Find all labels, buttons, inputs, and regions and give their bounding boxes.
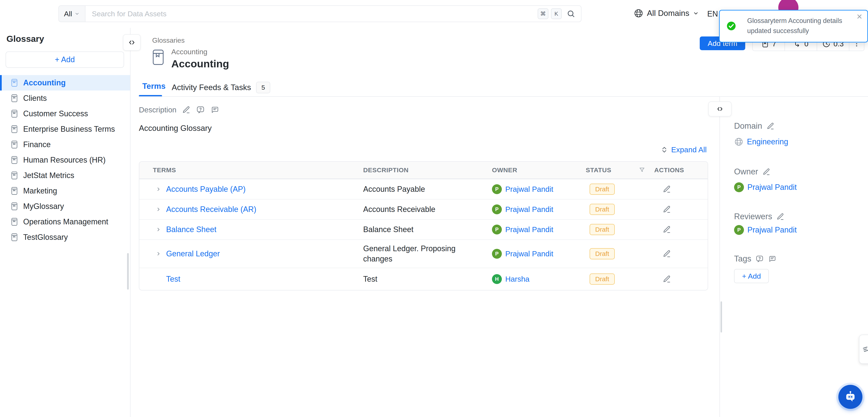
term-description: Accounts Receivable <box>363 204 492 215</box>
glossary-book-icon <box>10 78 19 87</box>
close-icon[interactable]: × <box>857 12 862 21</box>
reviewer-link[interactable]: Prajwal Pandit <box>747 225 797 234</box>
all-domains-dropdown[interactable]: All Domains <box>633 8 699 19</box>
column-header-terms: TERMS <box>139 166 363 174</box>
column-header-actions: ACTIONS <box>654 166 708 174</box>
expand-row-icon[interactable] <box>155 226 161 232</box>
term-link[interactable]: General Ledger <box>166 249 220 258</box>
status-badge: Draft <box>590 184 615 195</box>
expand-row-icon[interactable] <box>155 206 161 212</box>
sidebar-item-jetstat-metrics[interactable]: JetStat Metrics <box>0 168 130 183</box>
sidebar-scrollbar[interactable] <box>127 253 129 290</box>
global-search-bar[interactable]: All ⌘ K <box>58 5 582 22</box>
sidebar-item-testglossary[interactable]: TestGlossary <box>0 229 130 245</box>
edit-term-icon[interactable] <box>662 205 708 214</box>
edit-term-icon[interactable] <box>662 225 708 234</box>
avatar: H <box>492 274 502 284</box>
edit-reviewers-icon[interactable] <box>776 213 784 221</box>
request-description-icon[interactable] <box>196 105 205 114</box>
expand-all-button[interactable]: Expand All <box>660 146 707 154</box>
owner-link[interactable]: Prajwal Pandit <box>747 183 797 192</box>
term-link[interactable]: Accounts Receivable (AR) <box>166 205 256 214</box>
table-row: Accounts Receivable (AR) Accounts Receiv… <box>139 199 708 219</box>
table-row: General Ledger General Ledger. Proposing… <box>139 239 708 268</box>
tab-activity-label: Activity Feeds & Tasks <box>172 83 251 92</box>
edit-owner-icon[interactable] <box>763 168 771 176</box>
status-badge: Draft <box>590 248 615 259</box>
owner-link[interactable]: Prajwal Pandit <box>505 205 553 214</box>
comment-icon[interactable] <box>210 105 219 114</box>
search-input[interactable] <box>86 10 538 18</box>
sidebar-item-finance[interactable]: Finance <box>0 137 130 152</box>
sidebar-item-label: JetStat Metrics <box>23 171 74 180</box>
sidebar-item-marketing[interactable]: Marketing <box>0 183 130 199</box>
avatar: P <box>734 225 744 235</box>
all-domains-label: All Domains <box>647 9 689 18</box>
entity-header: Accounting Accounting <box>152 47 229 70</box>
domain-link[interactable]: Engineering <box>747 137 788 146</box>
breadcrumb[interactable]: Glossaries <box>152 36 185 44</box>
side-widget-tab[interactable] <box>859 334 868 364</box>
owner-value: P Prajwal Pandit <box>734 182 859 192</box>
sidebar-item-label: Finance <box>23 140 51 149</box>
expand-row-icon[interactable] <box>155 186 161 192</box>
domain-value: Engineering <box>734 137 859 147</box>
owner-link[interactable]: Prajwal Pandit <box>505 250 553 258</box>
terms-table: TERMS DESCRIPTION OWNER STATUS ACTIONS A… <box>139 161 708 290</box>
table-row: Accounts Payable (AP) Accounts Payable P… <box>139 179 708 199</box>
comment-icon[interactable] <box>768 255 776 263</box>
owner-section-label: Owner <box>734 167 859 176</box>
edit-description-icon[interactable] <box>182 105 191 114</box>
search-icon[interactable] <box>566 9 576 18</box>
tab-activity-feeds[interactable]: Activity Feeds & Tasks 5 <box>172 82 270 93</box>
k-key-icon: K <box>551 8 562 19</box>
success-toast: Glossaryterm Accounting details updated … <box>719 10 868 42</box>
panel-scrollbar[interactable] <box>720 301 722 332</box>
sidebar-item-accounting[interactable]: Accounting <box>0 75 130 91</box>
glossary-book-icon <box>152 49 165 70</box>
edit-term-icon[interactable] <box>662 250 708 258</box>
status-filter-icon[interactable] <box>638 166 646 174</box>
sidebar-item-label: Accounting <box>23 78 66 87</box>
sidebar-item-clients[interactable]: Clients <box>0 91 130 106</box>
add-glossary-button[interactable]: + Add <box>6 52 124 68</box>
column-header-description: DESCRIPTION <box>363 166 492 174</box>
widget-icon <box>862 345 868 353</box>
sidebar-item-customer-success[interactable]: Customer Success <box>0 106 130 121</box>
term-link[interactable]: Test <box>166 275 180 284</box>
term-link[interactable]: Balance Sheet <box>166 225 216 234</box>
expand-all-icon <box>660 146 668 154</box>
tab-terms[interactable]: Terms <box>142 82 165 91</box>
avatar: P <box>492 225 502 234</box>
search-scope-dropdown[interactable]: All <box>59 6 86 22</box>
glossary-book-icon <box>10 125 19 134</box>
glossary-book-icon <box>10 156 19 164</box>
sidebar-collapse-button[interactable] <box>123 34 141 51</box>
sidebar-item-operations-management[interactable]: Operations Management <box>0 214 130 229</box>
reviewers-value: P Prajwal Pandit <box>734 225 859 235</box>
sidebar-item-human-resources[interactable]: Human Resources (HR) <box>0 152 130 168</box>
sidebar-item-label: TestGlossary <box>23 233 68 242</box>
status-badge: Draft <box>590 274 615 285</box>
owner-link[interactable]: Prajwal Pandit <box>505 185 553 193</box>
term-link[interactable]: Accounts Payable (AP) <box>166 185 246 194</box>
edit-term-icon[interactable] <box>662 185 708 193</box>
expand-row-icon[interactable] <box>155 251 161 257</box>
tabs-divider <box>139 96 868 97</box>
sidebar-item-enterprise-business-terms[interactable]: Enterprise Business Terms <box>0 121 130 137</box>
domain-section-label: Domain <box>734 121 859 131</box>
request-tags-icon[interactable] <box>755 255 764 263</box>
owner-link[interactable]: Harsha <box>505 275 529 283</box>
tags-section-label: Tags <box>734 254 859 263</box>
edit-domain-icon[interactable] <box>767 122 775 130</box>
owner-link[interactable]: Prajwal Pandit <box>505 225 553 234</box>
expand-all-label: Expand All <box>671 146 707 154</box>
chat-bot-button[interactable] <box>838 385 862 409</box>
add-tag-button[interactable]: + Add <box>734 269 769 283</box>
sidebar-item-myglossary[interactable]: MyGlossary <box>0 199 130 214</box>
edit-term-icon[interactable] <box>662 275 708 283</box>
page-title: Accounting <box>171 58 229 70</box>
right-panel-collapse-button[interactable] <box>708 101 732 117</box>
column-header-status: STATUS <box>586 166 654 174</box>
glossary-book-icon <box>10 217 19 226</box>
